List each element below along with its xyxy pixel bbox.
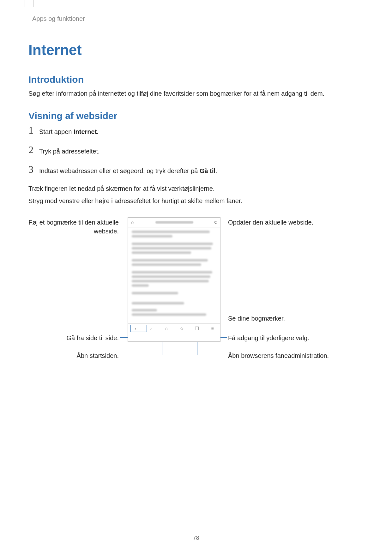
bookmarks-icon: ☆: [178, 325, 185, 332]
tabs-icon: ❐: [193, 325, 201, 332]
callout-refresh: Opdater den aktuelle webside.: [228, 218, 329, 227]
callout-line: [197, 355, 227, 355]
nav-highlight-box: [130, 325, 147, 332]
callout-nav: Gå fra side til side.: [28, 334, 119, 342]
bookmark-star-icon: ☆: [130, 220, 135, 225]
refresh-icon: ↻: [214, 220, 218, 225]
callout-more: Få adgang til yderligere valg.: [228, 334, 329, 342]
page-content-placeholder: [128, 227, 220, 323]
step-text: Indtast webadressen eller et søgeord, og…: [39, 164, 217, 176]
page-number: 78: [0, 535, 392, 541]
callout-home: Åbn startsiden.: [28, 351, 119, 360]
step-3: 3 Indtast webadressen eller et søgeord, …: [28, 164, 364, 176]
page-title: Internet: [28, 41, 364, 58]
paragraph-tabs-swipe: Stryg mod venstre eller højre i adressef…: [28, 196, 364, 206]
step-1: 1 Start appen Internet.: [28, 125, 364, 136]
callout-line: [120, 355, 162, 355]
home-icon: ⌂: [163, 325, 170, 332]
menu-icon: ≡: [209, 325, 216, 332]
step-number: 3: [28, 164, 39, 175]
step-number: 1: [28, 125, 39, 136]
callout-tabs: Åbn browserens faneadministration.: [228, 351, 329, 360]
url-placeholder: [155, 221, 193, 224]
step-number: 2: [28, 145, 39, 155]
breadcrumb: Apps og funktioner: [32, 15, 364, 22]
browser-diagram: Føj et bogmærke til den aktuelle webside…: [28, 217, 364, 372]
page-tab-mark: [25, 0, 33, 7]
phone-mockup: ☆ ↻: [128, 217, 220, 342]
paragraph-toolbars: Træk fingeren let nedad på skærmen for a…: [28, 184, 364, 194]
callout-bookmark-add: Føj et bogmærke til den aktuelle webside…: [28, 218, 119, 236]
callout-bookmarks-view: Se dine bogmærker.: [228, 314, 329, 323]
section-heading-intro: Introduktion: [28, 74, 364, 85]
intro-paragraph: Søg efter information på internettet og …: [28, 89, 364, 99]
browser-toolbar: ‹ › ⌂ ☆ ❐ ≡: [128, 323, 220, 333]
step-2: 2 Tryk på adressefeltet.: [28, 145, 364, 156]
section-heading-viewing: Visning af websider: [28, 111, 364, 121]
forward-icon: ›: [147, 325, 155, 332]
step-text: Start appen Internet.: [39, 125, 99, 136]
step-text: Tryk på adressefeltet.: [39, 145, 100, 156]
browser-address-bar: ☆ ↻: [128, 218, 220, 227]
